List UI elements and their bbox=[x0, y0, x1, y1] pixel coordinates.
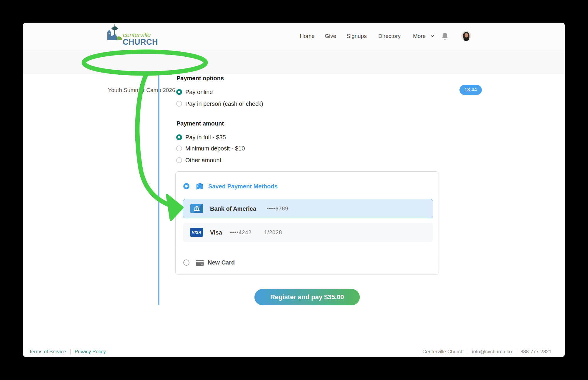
footer-contact: Centerville Church info@cvchurch.co 888-… bbox=[422, 349, 552, 355]
chevron-down-icon[interactable] bbox=[430, 35, 434, 37]
radio-pay-online[interactable] bbox=[176, 89, 182, 95]
new-card-label: New Card bbox=[208, 259, 235, 266]
register-and-pay-button[interactable]: Register and pay $35.00 bbox=[254, 289, 360, 305]
nav-item-signups[interactable]: Signups bbox=[347, 33, 367, 39]
footer-email: info@cvchurch.co bbox=[472, 349, 512, 355]
event-title: Youth Summer Camp 2026 bbox=[108, 87, 175, 93]
radio-minimum-deposit[interactable] bbox=[176, 145, 182, 151]
radio-pay-online-label[interactable]: Pay online bbox=[185, 89, 213, 96]
footer-church-name: Centerville Church bbox=[422, 349, 464, 355]
top-navbar: centerville CHURCH Home Give Signups Dir… bbox=[23, 23, 565, 50]
payment-method-box: Saved Payment Methods Bank of America ••… bbox=[175, 171, 439, 275]
terms-of-service-link[interactable]: Terms of Service bbox=[29, 349, 66, 355]
notification-bell-icon[interactable] bbox=[441, 32, 449, 41]
wallet-icon bbox=[196, 183, 204, 190]
footer-divider bbox=[516, 349, 516, 354]
page-background: centerville CHURCH Home Give Signups Dir… bbox=[0, 0, 588, 380]
visa-logo: VISA bbox=[190, 228, 203, 237]
event-header-bar: Youth Summer Camp 2026 13:44 bbox=[23, 50, 565, 73]
bank-icon bbox=[190, 204, 203, 213]
radio-new-card[interactable] bbox=[183, 260, 189, 266]
time-badge: 13:44 bbox=[459, 85, 482, 95]
radio-pay-in-person-label[interactable]: Pay in person (cash or check) bbox=[185, 101, 263, 107]
footer-divider bbox=[468, 349, 468, 354]
bank-name: Bank of America bbox=[210, 199, 256, 218]
radio-other-amount[interactable] bbox=[176, 157, 182, 163]
app-window: centerville CHURCH Home Give Signups Dir… bbox=[23, 23, 565, 357]
saved-method-visa-row[interactable]: VISA Visa ••••4242 1/2028 bbox=[183, 223, 433, 242]
form-progress-line bbox=[158, 74, 159, 305]
radio-saved-payment-methods[interactable] bbox=[183, 183, 189, 189]
radio-pay-in-person[interactable] bbox=[176, 101, 182, 107]
new-card-row[interactable]: New Card bbox=[176, 249, 439, 275]
visa-masked-number: ••••4242 bbox=[230, 223, 251, 242]
logo-text-church: CHURCH bbox=[123, 38, 158, 47]
radio-other-amount-label[interactable]: Other amount bbox=[185, 157, 221, 164]
nav-item-give[interactable]: Give bbox=[325, 33, 336, 39]
privacy-policy-link[interactable]: Privacy Policy bbox=[75, 349, 106, 355]
user-avatar[interactable] bbox=[461, 31, 471, 41]
nav-item-more[interactable]: More bbox=[413, 33, 426, 39]
footer-phone: 888-777-2821 bbox=[520, 349, 552, 355]
nav-item-directory[interactable]: Directory bbox=[378, 33, 401, 39]
credit-card-icon bbox=[196, 260, 204, 266]
visa-expiry: 1/2028 bbox=[264, 223, 282, 242]
radio-pay-in-full[interactable] bbox=[176, 134, 182, 140]
radio-pay-in-full-label[interactable]: Pay in full - $35 bbox=[185, 134, 226, 141]
church-logo-icon bbox=[107, 24, 123, 45]
saved-method-bank-of-america-row[interactable]: Bank of America ••••6789 bbox=[183, 199, 433, 218]
bank-masked-number: ••••6789 bbox=[267, 199, 288, 218]
nav-item-home[interactable]: Home bbox=[300, 33, 315, 39]
footer-divider bbox=[70, 349, 71, 354]
visa-name: Visa bbox=[210, 223, 222, 242]
payment-amount-heading: Payment amount bbox=[176, 120, 224, 127]
footer-links: Terms of Service Privacy Policy bbox=[29, 349, 106, 355]
saved-payment-methods-title[interactable]: Saved Payment Methods bbox=[208, 183, 278, 190]
payment-options-heading: Payment options bbox=[176, 75, 224, 82]
radio-minimum-deposit-label[interactable]: Minimum deposit - $10 bbox=[185, 145, 245, 152]
church-logo[interactable]: centerville CHURCH bbox=[107, 24, 180, 48]
